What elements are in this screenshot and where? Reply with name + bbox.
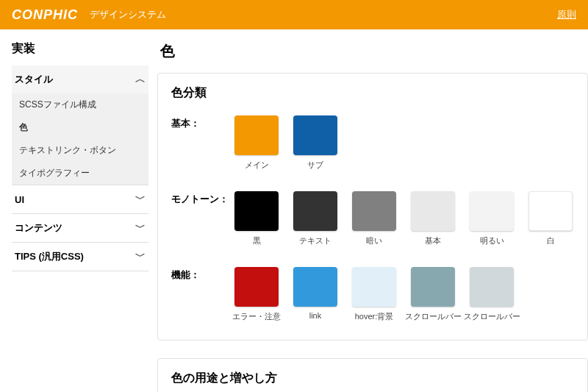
header-subtitle: デザインシステム [90, 8, 166, 21]
color-swatch[interactable] [293, 267, 337, 307]
nav-header-label: コンテンツ [15, 221, 62, 235]
nav-header-tips[interactable]: TIPS (汎用CSS) ﹀ [12, 243, 148, 271]
swatch-item: サブ [293, 115, 337, 171]
nav-header-style[interactable]: スタイル ︿ [12, 65, 148, 93]
color-swatch[interactable] [470, 191, 514, 231]
color-swatch[interactable] [352, 267, 396, 307]
swatches: メインサブ [234, 115, 337, 171]
swatch-item: 暗い [352, 191, 396, 246]
color-swatch[interactable] [293, 191, 337, 231]
nav-item-typography[interactable]: タイポグラフィー [12, 162, 148, 185]
nav-section-tips: TIPS (汎用CSS) ﹀ [12, 243, 148, 271]
nav-header-contents[interactable]: コンテンツ ﹀ [12, 214, 148, 242]
logo[interactable]: CONPHIC [12, 7, 78, 23]
nav-section-contents: コンテンツ ﹀ [12, 214, 148, 243]
color-swatch[interactable] [293, 115, 337, 155]
nav-header-ui[interactable]: UI ﹀ [12, 185, 148, 213]
row-label: モノトーン： [171, 191, 234, 246]
swatch-label: 明るい [480, 235, 504, 246]
chevron-up-icon: ︿ [135, 73, 146, 86]
header-links: 原則 [557, 8, 576, 21]
swatch-item: スクロールバー [470, 267, 514, 322]
sidebar-title: 実装 [12, 41, 148, 57]
color-swatch[interactable] [470, 267, 514, 307]
header-link-principles[interactable]: 原則 [557, 8, 576, 21]
header: CONPHIC デザインシステム 原則 [0, 0, 588, 29]
color-swatch[interactable] [528, 191, 573, 231]
swatch-item: テキスト [293, 191, 337, 246]
swatch-item: link [293, 267, 337, 322]
color-panel: 色分類 基本：メインサブモノトーン：黒テキスト暗い基本明るい白機能：エラー・注意… [157, 73, 588, 341]
swatch-item: 基本 [411, 191, 455, 246]
swatch-label: 基本 [425, 235, 441, 246]
row-label: 機能： [171, 267, 234, 322]
swatch-label: スクロールバー [405, 311, 462, 322]
usage-panel: 色の用途と増やし方 [157, 358, 588, 392]
nav-section-style: スタイル ︿ SCSSファイル構成 色 テキストリンク・ボタン タイポグラフィー [12, 65, 148, 185]
swatch-label: 暗い [366, 235, 382, 246]
swatch-item: 白 [528, 191, 573, 246]
color-swatch[interactable] [234, 267, 279, 307]
chevron-down-icon: ﹀ [135, 193, 146, 206]
swatch-label: スクロールバー [464, 311, 520, 322]
nav-item-scss[interactable]: SCSSファイル構成 [12, 93, 148, 116]
swatch-label: 白 [547, 235, 555, 246]
nav-header-label: TIPS (汎用CSS) [15, 250, 84, 263]
swatches: エラー・注意linkhover:背景スクロールバースクロールバー [234, 267, 514, 322]
section2-title: 色の用途と増やし方 [171, 371, 574, 386]
color-swatch[interactable] [234, 115, 279, 155]
swatch-label: サブ [307, 160, 323, 171]
color-row: モノトーン：黒テキスト暗い基本明るい白 [171, 191, 574, 246]
panel-title: 色分類 [171, 85, 574, 101]
swatch-item: スクロールバー [411, 267, 455, 322]
nav-children-style: SCSSファイル構成 色 テキストリンク・ボタン タイポグラフィー [12, 93, 148, 185]
page-title: 色 [157, 41, 588, 61]
nav-item-color[interactable]: 色 [12, 116, 148, 139]
swatches: 黒テキスト暗い基本明るい白 [234, 191, 573, 246]
color-swatch[interactable] [234, 191, 279, 231]
chevron-down-icon: ﹀ [135, 250, 146, 263]
swatch-item: hover:背景 [352, 267, 396, 322]
swatch-item: メイン [234, 115, 279, 171]
sidebar: 実装 スタイル ︿ SCSSファイル構成 色 テキストリンク・ボタン タイポグラ… [0, 29, 154, 392]
color-row: 基本：メインサブ [171, 115, 574, 171]
main: 色 色分類 基本：メインサブモノトーン：黒テキスト暗い基本明るい白機能：エラー・… [154, 29, 588, 392]
swatch-item: 黒 [234, 191, 279, 246]
swatch-item: エラー・注意 [234, 267, 279, 322]
swatch-label: メイン [245, 160, 269, 171]
nav-header-label: UI [15, 194, 24, 205]
swatch-item: 明るい [470, 191, 514, 246]
swatch-label: hover:背景 [355, 311, 394, 322]
chevron-down-icon: ﹀ [135, 221, 146, 235]
nav-item-textlink[interactable]: テキストリンク・ボタン [12, 139, 148, 162]
color-swatch[interactable] [411, 267, 455, 307]
color-swatch[interactable] [352, 191, 396, 231]
swatch-label: 黒 [253, 235, 261, 246]
color-row: 機能：エラー・注意linkhover:背景スクロールバースクロールバー [171, 267, 574, 322]
nav-header-label: スタイル [15, 73, 53, 86]
swatch-label: エラー・注意 [232, 311, 281, 322]
swatch-label: link [309, 311, 322, 320]
nav-section-ui: UI ﹀ [12, 185, 148, 214]
header-left: CONPHIC デザインシステム [12, 7, 166, 23]
row-label: 基本： [171, 115, 234, 171]
swatch-label: テキスト [299, 235, 331, 246]
color-swatch[interactable] [411, 191, 455, 231]
